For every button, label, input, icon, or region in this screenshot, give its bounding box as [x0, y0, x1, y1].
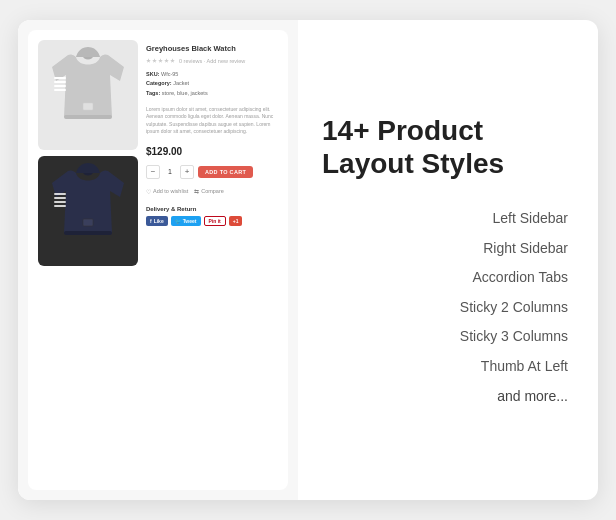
qty-value: 1: [164, 168, 176, 175]
facebook-button[interactable]: f Like: [146, 216, 168, 226]
review-link[interactable]: 0 reviews · Add new review: [179, 58, 245, 64]
category-label: Category:: [146, 80, 172, 86]
qty-increase-button[interactable]: +: [180, 165, 194, 179]
svg-rect-6: [54, 193, 66, 195]
star-2: [152, 58, 157, 63]
product-details: Greyhouses Black Watch 0 reviews · Add n…: [146, 40, 278, 480]
svg-rect-4: [64, 115, 112, 119]
tags-label: Tags:: [146, 90, 160, 96]
pi-label: Pin it: [209, 218, 221, 224]
product-images-column: [38, 40, 138, 480]
star-1: [146, 58, 151, 63]
star-5: [170, 58, 175, 63]
gp-label: +1: [233, 218, 239, 224]
category-value: Jacket: [173, 80, 189, 86]
layout-item-and-more: and more...: [497, 387, 568, 407]
star-4: [164, 58, 169, 63]
compare-label: Compare: [201, 188, 224, 194]
product-actions: ♡ Add to wishlist ⇆ Compare: [146, 188, 278, 195]
product-mockup-panel: Greyhouses Black Watch 0 reviews · Add n…: [18, 20, 298, 500]
tw-label: Tweet: [183, 218, 197, 224]
twitter-button[interactable]: 🐦 Tweet: [171, 216, 201, 226]
product-description: Lorem ipsum dolor sit amet, consectetuer…: [146, 106, 278, 136]
gplus-button[interactable]: +1: [229, 216, 243, 226]
svg-rect-9: [54, 205, 66, 207]
main-container: Greyhouses Black Watch 0 reviews · Add n…: [18, 20, 598, 500]
svg-rect-7: [54, 197, 66, 199]
right-panel: 14+ ProductLayout Styles Left Sidebar Ri…: [298, 20, 598, 500]
quantity-row: − 1 + ADD TO CART: [146, 165, 278, 179]
sku-value: Wfc-95: [161, 71, 178, 77]
svg-rect-1: [54, 81, 66, 83]
product-title: Greyhouses Black Watch: [146, 44, 278, 54]
qty-decrease-button[interactable]: −: [146, 165, 160, 179]
tw-icon: 🐦: [175, 218, 181, 224]
svg-rect-5: [83, 103, 93, 110]
sku-label: SKU:: [146, 71, 159, 77]
compare-link[interactable]: ⇆ Compare: [194, 188, 224, 195]
social-buttons: f Like 🐦 Tweet Pin it +1: [146, 216, 278, 226]
layout-item-accordion-tabs: Accordion Tabs: [473, 268, 568, 288]
product-price: $129.00: [146, 146, 278, 157]
svg-rect-11: [83, 219, 93, 226]
layout-item-sticky-2-columns: Sticky 2 Columns: [460, 298, 568, 318]
star-3: [158, 58, 163, 63]
heart-icon: ♡: [146, 188, 151, 195]
sku-line: SKU: Wfc-95: [146, 71, 278, 79]
product-image-gray: [38, 40, 138, 150]
category-line: Category: Jacket: [146, 80, 278, 88]
product-rating: 0 reviews · Add new review: [146, 58, 278, 64]
wishlist-link[interactable]: ♡ Add to wishlist: [146, 188, 188, 195]
fb-icon: f: [150, 218, 152, 224]
svg-rect-10: [64, 231, 112, 235]
wishlist-label: Add to wishlist: [153, 188, 188, 194]
layout-item-sticky-3-columns: Sticky 3 Columns: [460, 327, 568, 347]
add-to-cart-button[interactable]: ADD TO CART: [198, 166, 253, 178]
layout-list: Left Sidebar Right Sidebar Accordion Tab…: [322, 209, 568, 406]
main-heading: 14+ ProductLayout Styles: [322, 114, 568, 181]
product-card: Greyhouses Black Watch 0 reviews · Add n…: [28, 30, 288, 490]
product-meta: SKU: Wfc-95 Category: Jacket Tags: store…: [146, 71, 278, 98]
delivery-title: Delivery & Return: [146, 206, 278, 212]
compare-icon: ⇆: [194, 188, 199, 195]
svg-rect-0: [54, 77, 66, 79]
fb-label: Like: [154, 218, 164, 224]
pinterest-button[interactable]: Pin it: [204, 216, 226, 226]
layout-item-right-sidebar: Right Sidebar: [483, 239, 568, 259]
svg-rect-2: [54, 85, 66, 87]
svg-rect-3: [54, 89, 66, 91]
layout-item-thumb-at-left: Thumb At Left: [481, 357, 568, 377]
svg-rect-8: [54, 201, 66, 203]
delivery-section: Delivery & Return f Like 🐦 Tweet Pin it: [146, 206, 278, 226]
product-image-dark: [38, 156, 138, 266]
layout-item-left-sidebar: Left Sidebar: [493, 209, 569, 229]
tags-line: Tags: store, blue, jackets: [146, 90, 278, 98]
tags-value: store, blue, jackets: [162, 90, 208, 96]
